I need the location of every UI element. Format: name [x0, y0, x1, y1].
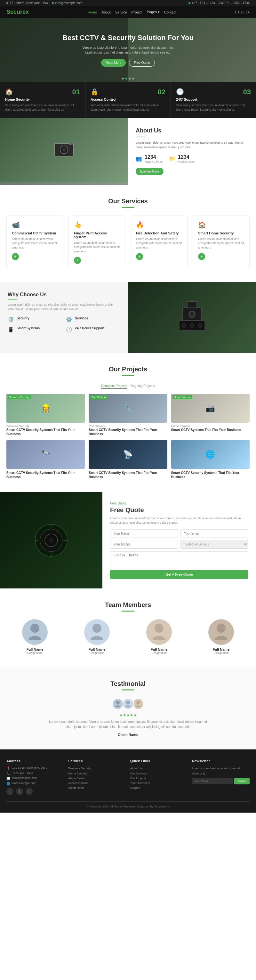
stat-projects: 📁 1234 Project Done [169, 154, 194, 163]
footer-service-5[interactable]: Smart Home [68, 786, 123, 791]
team-grid: Full Name Designation Full Name Designat… [6, 619, 250, 654]
testimonial-avatars [6, 698, 250, 710]
nav-project[interactable]: Project [131, 10, 142, 14]
nav-pages[interactable]: Pages ▾ [147, 10, 160, 14]
dot-1[interactable] [122, 78, 124, 80]
top-bar-phone2: Call: 71 - 2345 - 1234 [219, 1, 250, 5]
project-card-4: 🔭 Smart CCTV Security Systems That Fits … [6, 440, 85, 479]
why-item-2: ⚙️ Services [66, 317, 120, 323]
nav-contact[interactable]: Contact [164, 10, 176, 14]
social-twitter[interactable]: t [235, 10, 236, 14]
why-content: Why Choose Us Lorem ipsum dolor sit amet… [0, 282, 128, 353]
tab-ongoing[interactable]: Ongoing Projects [130, 383, 155, 389]
service-more-4[interactable]: + [198, 253, 205, 260]
footer-link-4[interactable]: Team Members [130, 781, 186, 786]
hero-dots [122, 78, 134, 80]
quote-service-select[interactable]: Select of Service [180, 540, 248, 549]
quote-submit-button[interactable]: Get A Free Quote [110, 570, 248, 579]
quote-email-input[interactable] [180, 530, 248, 538]
dot-3[interactable] [129, 78, 131, 80]
feature-desc-3: Vero eros justo clita lorem ipsum dolor … [176, 103, 251, 112]
team-role-1: Designation [6, 651, 63, 654]
footer-service-4[interactable]: Access Control [68, 781, 123, 786]
project-img-2: 🔧 Coc Network [88, 394, 167, 423]
svg-point-10 [198, 324, 202, 328]
project-desc-1: Smart CCTV Security Systems That Fits Yo… [6, 428, 85, 436]
about-section: About Us Lorem ipsum dolor sit amet. Ver… [0, 118, 256, 185]
service-icon-2: 👆 [74, 221, 120, 229]
footer-subscribe-button[interactable]: Submit [234, 778, 250, 784]
footer-addr-2: 📞 +571 123 - 1234 [6, 771, 62, 775]
social-linkedin[interactable]: in [241, 10, 244, 14]
location-icon: 📍 [6, 767, 10, 770]
footer-link-3[interactable]: Our Projects [130, 776, 186, 781]
service-title-3: Fire Detection And Safety [136, 231, 182, 235]
tab-complete[interactable]: Complete Projects [101, 383, 127, 389]
hero-desc: Vero eros justo clita lorem, ipsum dolor… [80, 45, 176, 55]
footer-bottom: © Copyright 2024. All Rights Reserved. D… [6, 801, 250, 808]
service-desc-1: Lorem ipsum dolor sit amet vero eros jus… [12, 237, 58, 250]
footer-addr-1: 📍 171 Street, New York, USA [6, 766, 62, 770]
service-more-2[interactable]: + [74, 257, 81, 264]
footer-social: t f in [6, 788, 62, 795]
feature-item-1: 01 🏠 Home Security Vero eros justo clita… [0, 82, 85, 118]
footer-service-3[interactable]: Alarm System [68, 776, 123, 781]
footer-service-1[interactable]: Business Security [68, 766, 123, 771]
projects-title: Our Projects [6, 366, 250, 373]
read-more-button[interactable]: Read More [101, 59, 126, 67]
footer-link-2[interactable]: Our Services [130, 771, 186, 776]
explore-more-button[interactable]: Explore More [136, 168, 164, 175]
service-title-2: Finger Print Access System [74, 231, 120, 239]
quote-name-input[interactable] [110, 530, 178, 538]
feature-icon-2: 🔒 [90, 88, 166, 95]
why-icon-smart: 📱 [8, 326, 14, 332]
project-tag-3: Home Camera [172, 395, 192, 399]
testimonial-avatar-3 [133, 698, 144, 710]
service-more-3[interactable]: + [136, 253, 143, 260]
dot-2[interactable] [125, 78, 127, 80]
feature-title-3: 24/7 Support [176, 97, 251, 101]
footer-link-1[interactable]: About Us [130, 766, 186, 771]
dot-4[interactable] [133, 78, 134, 80]
testimonial-avatar-1 [112, 698, 123, 710]
nav-home[interactable]: Home [88, 10, 97, 14]
nav-about[interactable]: About [101, 10, 111, 14]
project-img-4: 🔭 [6, 440, 85, 469]
footer-links-title: Quick Links [130, 759, 186, 763]
footer-link-5[interactable]: Support [130, 786, 186, 791]
service-card-2: 👆 Finger Print Access System Lorem ipsum… [68, 215, 125, 270]
service-icon-4: 🏠 [198, 221, 244, 229]
project-card-6: 🌐 Smart CCTV Security Systems That Fits … [171, 440, 250, 479]
quote-notes-input[interactable] [110, 551, 248, 567]
project-card-2: 🔧 Coc Network Coc Network Smart CCTV Sec… [88, 394, 167, 436]
header: Securex Home About Service Project Pages… [0, 6, 256, 18]
quote-desc: Lorem ipsum dolor sit amet. Vero eros ve… [110, 516, 248, 525]
footer-instagram[interactable]: in [25, 788, 33, 795]
footer-facebook[interactable]: f [16, 788, 23, 795]
footer-service-2[interactable]: Home Security [68, 771, 123, 776]
service-card-4: 🏠 Smart Home Security Lorem ipsum dolor … [193, 215, 250, 270]
quote-submit: Get A Free Quote [110, 570, 248, 579]
svg-point-9 [190, 324, 194, 328]
about-desc: Lorem ipsum dolor sit amet. Vero eros ve… [136, 140, 248, 150]
stat-clients-label: Happy Clients [145, 160, 163, 163]
footer-links-col: Quick Links About Us Our Services Our Pr… [130, 759, 186, 795]
footer-email-input[interactable] [192, 778, 233, 784]
feature-desc-2: Vero eros justo clita lorem ipsum dolor … [90, 103, 166, 112]
stat-projects-icon: 📁 [169, 156, 175, 162]
free-quote-button[interactable]: Free Quote [129, 59, 155, 67]
social-facebook[interactable]: f [238, 10, 239, 14]
social-google[interactable]: g+ [245, 10, 250, 14]
services-grid: 📹 Commercial CCTV System Lorem ipsum dol… [6, 215, 250, 270]
footer-address-title: Address [6, 759, 62, 763]
svg-point-15 [30, 624, 40, 633]
service-more-1[interactable]: + [12, 253, 19, 260]
top-bar-right: +571 123 - 1234 Call: 71 - 2345 - 1234 [188, 1, 250, 5]
footer-twitter[interactable]: t [6, 788, 13, 795]
hero-section: Best CCTV & Security Solution For You Ve… [0, 18, 256, 82]
svg-point-19 [116, 701, 120, 705]
nav-service[interactable]: Service [115, 10, 127, 14]
quote-mobile-input[interactable] [110, 540, 178, 549]
team-card-1: Full Name Designation [6, 619, 63, 654]
project-desc-4: Smart CCTV Security Systems That Fits Yo… [6, 471, 85, 479]
